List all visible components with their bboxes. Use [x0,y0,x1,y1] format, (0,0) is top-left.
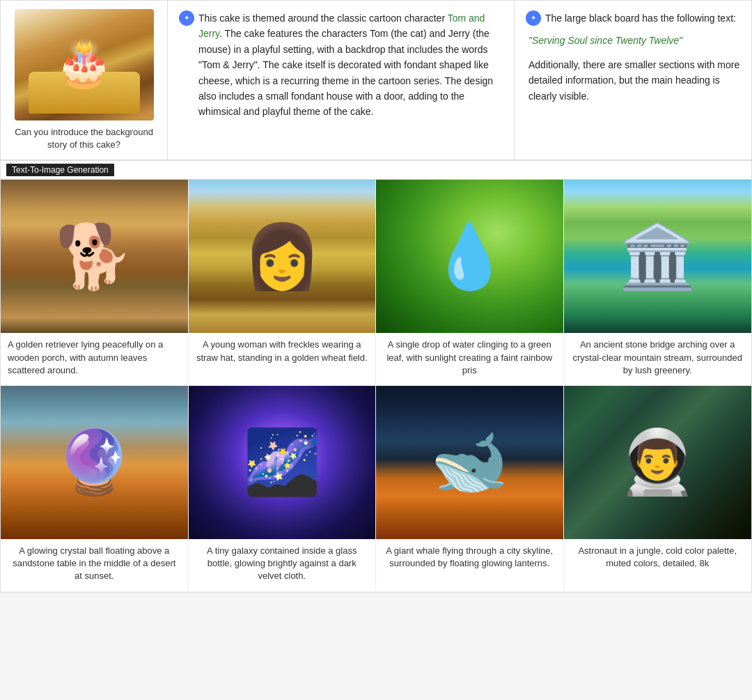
gallery-item-galaxy: 🌌 A tiny galaxy contained inside a glass… [189,386,377,592]
top-right-panel: ✦ The large black board has the followin… [515,1,751,160]
gallery-img-woman: 👩 [189,180,376,333]
bridge-desc: An ancient stone bridge arching over a c… [564,333,752,385]
top-middle-panel: ✦ This cake is themed around the classic… [168,1,515,160]
gallery-item-whale: 🐋 A giant whale flying through a city sk… [376,386,564,592]
astronaut-desc: Astronaut in a jungle, cold color palett… [564,539,752,591]
gallery-grid: 🐕 A golden retriever lying peacefully on… [1,180,751,591]
gallery-item-golden: 🐕 A golden retriever lying peacefully on… [1,180,189,386]
top-section: 🎂 Can you introduce the background story… [0,0,752,160]
right-quote: "Serving Soul since Twenty Twelve" [528,33,740,48]
bridge-emoji: 🏛️ [618,220,696,293]
gallery-img-drop: 💧 [376,180,563,333]
gallery-img-bridge: 🏛️ [564,180,752,333]
cake-emoji: 🎂 [54,36,114,93]
galaxy-desc: A tiny galaxy contained inside a glass b… [189,539,376,591]
crystal-emoji: 🔮 [55,426,133,499]
golden-desc: A golden retriever lying peacefully on a… [1,333,188,385]
ai-icon-middle: ✦ [179,10,194,26]
gallery-img-crystal: 🔮 [1,386,188,539]
gallery-item-woman: 👩 A young woman with freckles wearing a … [189,180,377,386]
gallery-item-astronaut: 👨‍🚀 Astronaut in a jungle, cold color pa… [564,386,752,592]
right-line2: Additionally, there are smaller sections… [528,57,740,104]
gallery-img-whale: 🐋 [376,386,563,539]
cake-image: 🎂 [15,9,154,120]
whale-desc: A giant whale flying through a city skyl… [376,539,563,591]
right-line1: The large black board has the following … [545,10,736,26]
gallery-item-bridge: 🏛️ An ancient stone bridge arching over … [564,180,752,386]
tom-jerry-link[interactable]: Tom and Jerry [198,13,485,39]
cake-caption: Can you introduce the background story o… [9,126,159,151]
gallery-section: Text-To-Image Generation 🐕 A golden retr… [0,160,752,592]
gallery-img-astronaut: 👨‍🚀 [564,386,752,539]
top-left-panel: 🎂 Can you introduce the background story… [1,1,168,160]
gallery-img-golden: 🐕 [1,180,188,333]
gallery-header: Text-To-Image Generation [1,161,751,180]
astronaut-emoji: 👨‍🚀 [618,426,696,499]
middle-text: This cake is themed around the classic c… [198,10,503,120]
whale-emoji: 🐋 [430,426,508,499]
gallery-item-drop: 💧 A single drop of water clinging to a g… [376,180,564,386]
woman-emoji: 👩 [243,220,321,293]
section-label: Text-To-Image Generation [6,164,114,176]
ai-icon-right: ✦ [526,10,541,26]
gallery-item-crystal: 🔮 A glowing crystal ball floating above … [1,386,189,592]
golden-emoji: 🐕 [55,220,133,293]
crystal-desc: A glowing crystal ball floating above a … [1,539,188,591]
gallery-img-galaxy: 🌌 [189,386,376,539]
woman-desc: A young woman with freckles wearing a st… [189,333,376,385]
drop-desc: A single drop of water clinging to a gre… [376,333,563,385]
drop-emoji: 💧 [430,220,508,293]
galaxy-emoji: 🌌 [243,426,321,499]
